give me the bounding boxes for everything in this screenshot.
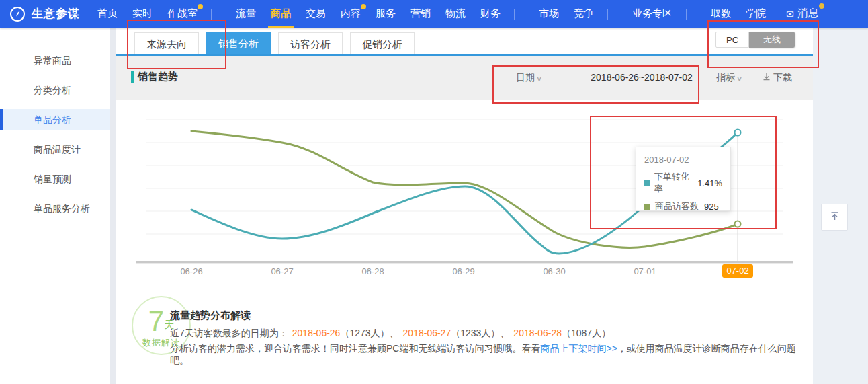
nav-item-goods[interactable]: 商品 — [271, 7, 291, 20]
chevron-down-icon: ∨ — [736, 75, 743, 82]
nav-item-content[interactable]: 内容 — [341, 7, 361, 20]
nav-item-traffic[interactable]: 流量 — [236, 7, 256, 20]
nav-divider — [607, 9, 608, 20]
nav-item-trade[interactable]: 交易 — [306, 7, 326, 20]
nav-item-academy[interactable]: 学院 — [746, 7, 766, 20]
x-tick-0626: 06-26 — [171, 266, 212, 276]
chart-tooltip: 2018-07-02 下单转化率 1.41% 商品访客数 925 — [636, 147, 731, 211]
sidebar-item-single-item-service[interactable]: 单品服务分析 — [0, 198, 110, 219]
x-tick-0701: 07-01 — [625, 266, 665, 276]
nav-divider — [211, 9, 212, 20]
nav-item-competition[interactable]: 竞争 — [574, 7, 594, 20]
nav-item-logistics[interactable]: 物流 — [445, 7, 466, 20]
conversion-legend-swatch — [644, 180, 650, 186]
insight-advice: 分析访客的潜力需求，迎合访客需求！同时注意兼顾PC端和无线端访客访问习惯哦。看看… — [170, 343, 813, 367]
nav-item-marketing[interactable]: 营销 — [410, 7, 431, 20]
top-navbar: 生意参谋 首页 实时 作战室 流量 商品 交易 内容 服务 营销 物流 财务 市… — [0, 0, 868, 28]
device-toggle-wireless[interactable]: 无线 — [749, 32, 795, 48]
nav-item-home[interactable]: 首页 — [97, 7, 118, 20]
panel-toolbar: 销售趋势 日期∨ 2018-06-26~2018-07-02 指标∨ 下载 — [116, 56, 813, 100]
conversion-endpoint-marker — [735, 130, 741, 136]
x-tick-0627: 06-27 — [262, 266, 302, 276]
peak-date-1: 2018-06-26 — [292, 328, 341, 338]
download-button[interactable]: 下载 — [763, 72, 792, 84]
visitors-endpoint-marker — [735, 221, 741, 227]
notification-dot — [361, 4, 366, 9]
download-icon — [763, 72, 771, 83]
date-range-value[interactable]: 2018-06-26~2018-07-02 — [578, 72, 705, 83]
peak-date-3: 2018-06-28 — [513, 328, 562, 338]
notification-dot — [198, 4, 203, 9]
sidebar-divider — [110, 28, 116, 384]
nav-item-finance[interactable]: 财务 — [480, 7, 501, 20]
main-content: 来源去向 销售分析 访客分析 促销分析 PC 无线 销售趋势 日期∨ 2018-… — [116, 28, 813, 384]
nav-item-service[interactable]: 服务 — [376, 7, 396, 20]
sidebar-item-goods-thermometer[interactable]: 商品温度计 — [0, 139, 110, 160]
visitors-legend-swatch — [644, 204, 650, 210]
back-to-top-button[interactable] — [821, 204, 848, 231]
sycm-logo-icon[interactable] — [9, 6, 26, 22]
peak-date-2: 2018-06-27 — [403, 328, 451, 338]
sidebar-item-sales-forecast[interactable]: 销量预测 — [0, 168, 110, 190]
tooltip-row-conversion: 下单转化率 1.41% — [644, 171, 722, 195]
nav-divider — [514, 9, 515, 20]
tooltip-row-visitors: 商品访客数 925 — [644, 200, 722, 213]
nav-item-market[interactable]: 市场 — [539, 7, 559, 20]
insight-title: 流量趋势分布解读 — [170, 309, 251, 322]
panel-title: 销售趋势 — [131, 71, 178, 83]
arrow-to-top-icon — [829, 210, 840, 225]
nav-item-war-room[interactable]: 作战室 — [167, 7, 198, 20]
messages-button[interactable]: ✉ 消息 — [786, 7, 819, 21]
nav-item-data-fetch[interactable]: 取数 — [711, 7, 731, 20]
insight-peak-dates: 近7天访客数最多的日期为：2018-06-26（1273人）、2018-06-2… — [170, 328, 611, 340]
x-tick-0702-highlighted[interactable]: 07-02 — [722, 264, 753, 278]
x-tick-0630: 06-30 — [534, 266, 574, 276]
x-tick-0629: 06-29 — [443, 266, 484, 276]
date-dropdown[interactable]: 日期∨ — [516, 72, 541, 84]
sidebar-item-abnormal-goods[interactable]: 异常商品 — [0, 50, 110, 71]
x-tick-0628: 06-28 — [353, 266, 393, 276]
tab-sales-analysis[interactable]: 销售分析 — [206, 32, 271, 54]
nav-item-realtime[interactable]: 实时 — [132, 7, 153, 20]
tab-promotion-analysis[interactable]: 促销分析 — [350, 32, 415, 54]
nav-item-business-zone[interactable]: 业务专区 — [632, 7, 672, 20]
tooltip-date: 2018-07-02 — [644, 155, 722, 165]
tab-visitor-analysis[interactable]: 访客分析 — [278, 32, 343, 54]
metric-dropdown[interactable]: 指标∨ — [716, 72, 742, 84]
chevron-down-icon: ∨ — [536, 75, 543, 82]
tab-source-destination[interactable]: 来源去向 — [134, 32, 199, 54]
shelf-time-link[interactable]: 商品上下架时间>> — [540, 343, 617, 354]
device-toggle-pc[interactable]: PC — [715, 32, 749, 48]
envelope-icon: ✉ — [786, 9, 794, 20]
sidebar-item-single-item-analysis[interactable]: 单品分析 — [0, 109, 110, 130]
brand-title[interactable]: 生意参谋 — [32, 6, 80, 22]
sidebar-item-category-analysis[interactable]: 分类分析 — [0, 79, 110, 101]
nav-divider — [686, 9, 687, 20]
notification-dot — [819, 3, 824, 9]
tab-bar: 来源去向 销售分析 访客分析 促销分析 PC 无线 — [116, 28, 813, 54]
sidebar: 商品排行 异常商品 分类分析 单品分析 商品温度计 销量预测 单品服务分析 — [0, 0, 110, 384]
